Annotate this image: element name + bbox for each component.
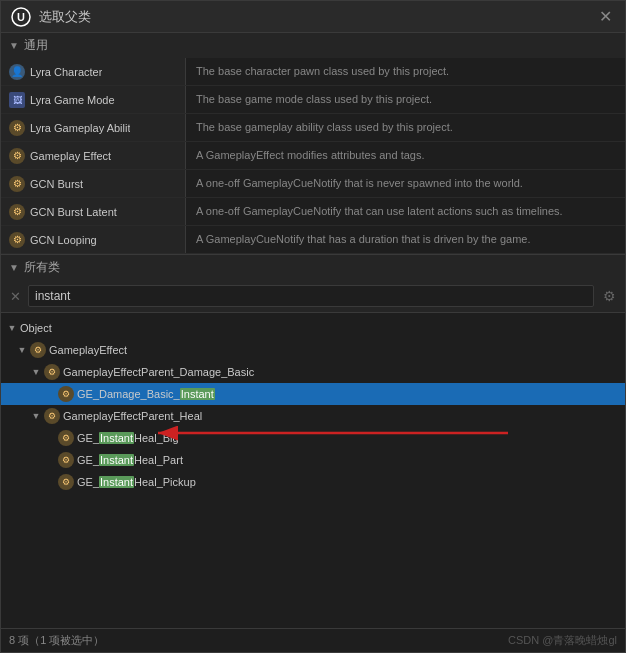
gcn-burst-latent-desc: A one-off GameplayCueNotify that can use… [186, 198, 625, 225]
title-bar: U 选取父类 ✕ [1, 1, 625, 33]
tree-arrow-icon: ▼ [31, 367, 41, 377]
gear-icon: ⚙ [9, 204, 25, 220]
gcn-looping-desc: A GameplayCueNotify that has a duration … [186, 226, 625, 253]
tree-node-ge-parent-heal[interactable]: ▼ ⚙ GameplayEffectParent_Heal [1, 405, 625, 427]
tree-node-ge-damage-instant[interactable]: ⚙ GE_Damage_Basic_Instant [1, 383, 625, 405]
lyra-game-mode-desc: The base game mode class used by this pr… [186, 86, 625, 113]
tree-node-ge-instant-heal-big[interactable]: ⚙ GE_InstantHeal_Big [1, 427, 625, 449]
watermark-text: CSDN @青落晚蜡烛gl [508, 633, 617, 648]
tree-node-label: GameplayEffectParent_Heal [63, 410, 202, 422]
tree-node-label: GameplayEffectParent_Damage_Basic [63, 366, 254, 378]
tree-node-label: GE_Damage_Basic_Instant [77, 388, 215, 400]
gcn-burst-item[interactable]: ⚙ GCN Burst [1, 170, 186, 197]
tree-node-label: GE_InstantHeal_Pickup [77, 476, 196, 488]
search-bar: ✕ ⚙ [1, 280, 625, 313]
search-settings-button[interactable]: ⚙ [599, 288, 619, 304]
list-item: 🖼 Lyra Game Mode The base game mode clas… [1, 86, 625, 114]
gcn-burst-latent-item[interactable]: ⚙ GCN Burst Latent [1, 198, 186, 225]
common-items-list: 👤 Lyra Character The base character pawn… [1, 58, 625, 254]
lyra-character-label: Lyra Character [30, 66, 102, 78]
gear-icon: ⚙ [9, 176, 25, 192]
gameplay-effect-desc: A GameplayEffect modifies attributes and… [186, 142, 625, 169]
tree-node-object[interactable]: ▼ Object [1, 317, 625, 339]
lyra-character-item[interactable]: 👤 Lyra Character [1, 58, 186, 85]
tree-arrow-icon: ▼ [31, 411, 41, 421]
gear-icon: ⚙ [9, 232, 25, 248]
gcn-looping-item[interactable]: ⚙ GCN Looping [1, 226, 186, 253]
tree-node-label: GE_InstantHeal_Part [77, 454, 183, 466]
title-bar-left: U 选取父类 [11, 7, 91, 27]
common-section-header[interactable]: ▼ 通用 [1, 33, 625, 58]
main-window: U 选取父类 ✕ ▼ 通用 👤 Lyra Character T [0, 0, 626, 653]
svg-text:U: U [17, 11, 25, 23]
tree-node-ge-instant-heal-part[interactable]: ⚙ GE_InstantHeal_Part [1, 449, 625, 471]
gear-icon: ⚙ [9, 120, 25, 136]
gcn-burst-desc: A one-off GameplayCueNotify that is neve… [186, 170, 625, 197]
list-item: 👤 Lyra Character The base character pawn… [1, 58, 625, 86]
image-icon: 🖼 [9, 92, 25, 108]
common-section-title: 通用 [24, 37, 48, 54]
content-area: ▼ 通用 👤 Lyra Character The base character… [1, 33, 625, 652]
gear-icon: ⚙ [9, 148, 25, 164]
lyra-ability-label: Lyra Gameplay Abilit [30, 122, 130, 134]
window-title: 选取父类 [39, 8, 91, 26]
gcn-burst-label: GCN Burst [30, 178, 83, 190]
close-button[interactable]: ✕ [595, 7, 615, 26]
tree-node-icon: ⚙ [58, 452, 74, 468]
tree-node-ge-parent-damage[interactable]: ▼ ⚙ GameplayEffectParent_Damage_Basic [1, 361, 625, 383]
lyra-character-desc: The base character pawn class used by th… [186, 58, 625, 85]
tree-area[interactable]: ▼ Object ▼ ⚙ GameplayEffect ▼ ⚙ Gameplay… [1, 313, 625, 628]
status-text: 8 项（1 项被选中） [9, 633, 104, 648]
list-item: ⚙ Lyra Gameplay Abilit The base gameplay… [1, 114, 625, 142]
gcn-burst-latent-label: GCN Burst Latent [30, 206, 117, 218]
tree-node-icon: ⚙ [44, 364, 60, 380]
tree-node-icon: ⚙ [58, 474, 74, 490]
all-classes-arrow-icon: ▼ [9, 262, 19, 273]
status-bar: 8 项（1 项被选中） CSDN @青落晚蜡烛gl [1, 628, 625, 652]
lyra-game-mode-label: Lyra Game Mode [30, 94, 115, 106]
tree-node-label: GameplayEffect [49, 344, 127, 356]
common-arrow-icon: ▼ [9, 40, 19, 51]
tree-node-label: Object [20, 322, 52, 334]
all-classes-title: 所有类 [24, 259, 60, 276]
lyra-ability-item[interactable]: ⚙ Lyra Gameplay Abilit [1, 114, 186, 141]
all-classes-header[interactable]: ▼ 所有类 [1, 255, 625, 280]
gameplay-effect-item[interactable]: ⚙ Gameplay Effect [1, 142, 186, 169]
lyra-ability-desc: The base gameplay ability class used by … [186, 114, 625, 141]
list-item: ⚙ GCN Looping A GameplayCueNotify that h… [1, 226, 625, 254]
all-classes-section: ▼ 所有类 ✕ ⚙ ▼ Object [1, 254, 625, 652]
tree-node-gameplay-effect[interactable]: ▼ ⚙ GameplayEffect [1, 339, 625, 361]
list-item: ⚙ GCN Burst Latent A one-off GameplayCue… [1, 198, 625, 226]
lyra-game-mode-item[interactable]: 🖼 Lyra Game Mode [1, 86, 186, 113]
tree-arrow-icon: ▼ [17, 345, 27, 355]
tree-node-icon: ⚙ [44, 408, 60, 424]
search-clear-button[interactable]: ✕ [7, 289, 23, 304]
list-item: ⚙ GCN Burst A one-off GameplayCueNotify … [1, 170, 625, 198]
tree-node-label: GE_InstantHeal_Big [77, 432, 179, 444]
search-input[interactable] [28, 285, 594, 307]
gcn-looping-label: GCN Looping [30, 234, 97, 246]
ue-logo-icon: U [11, 7, 31, 27]
gameplay-effect-label: Gameplay Effect [30, 150, 111, 162]
tree-node-icon: ⚙ [58, 386, 74, 402]
tree-node-icon: ⚙ [58, 430, 74, 446]
list-item: ⚙ Gameplay Effect A GameplayEffect modif… [1, 142, 625, 170]
tree-arrow-icon: ▼ [7, 323, 17, 333]
tree-node-ge-instant-heal-pickup[interactable]: ⚙ GE_InstantHeal_Pickup [1, 471, 625, 493]
person-icon: 👤 [9, 64, 25, 80]
tree-node-icon: ⚙ [30, 342, 46, 358]
